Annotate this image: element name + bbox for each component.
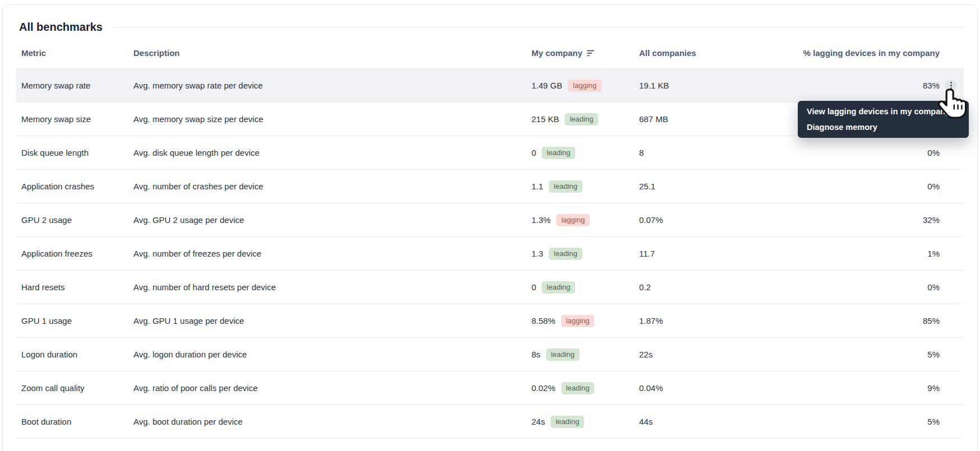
my-company-value: 215 KB [531,114,559,124]
my-company-cell: 0.02%leading [531,382,639,394]
sort-descending-icon[interactable] [587,50,595,57]
status-badge: lagging [561,315,595,327]
all-companies-cell: 8 [639,148,803,157]
lagging-pct-cell: 85% [803,316,964,326]
header-divider [113,27,964,27]
all-companies-cell: 44s [639,417,803,426]
my-company-value: 0.02% [531,383,556,393]
column-header-lagging-pct[interactable]: % lagging devices in my company [803,48,964,58]
description-cell: Avg. number of crashes per device [133,182,531,191]
status-badge: leading [546,348,580,361]
my-company-value: 24s [531,417,545,426]
menu-item-view-lagging-devices[interactable]: View lagging devices in my company [798,104,969,119]
my-company-cell: 8sleading [531,348,639,361]
my-company-value: 0 [531,282,536,292]
my-company-value: 1.1 [531,182,543,191]
table-row[interactable]: Disk queue length Avg. disk queue length… [16,136,964,170]
lagging-pct-cell: 0% [803,282,964,292]
row-actions-button[interactable] [945,80,957,92]
table-header-row: Metric Description My company All compan… [16,38,964,69]
status-badge: leading [542,147,575,159]
column-header-my-company[interactable]: My company [531,48,639,58]
metric-cell: Memory swap size [21,114,133,124]
metric-cell: Boot duration [21,417,133,426]
status-badge: lagging [556,214,590,226]
lagging-pct-cell: 0% [803,182,964,191]
my-company-value: 8s [531,350,540,359]
status-badge: leading [551,416,584,428]
my-company-cell: 1.3leading [531,248,639,260]
metric-cell: Disk queue length [21,148,133,157]
description-cell: Avg. memory swap size per device [133,114,531,124]
status-badge: leading [549,248,583,260]
column-header-my-company-label: My company [531,48,583,58]
all-companies-cell: 11.7 [639,249,803,258]
lagging-pct-cell: 9% [803,383,964,393]
all-companies-cell: 25.1 [639,182,803,191]
my-company-cell: 24sleading [531,416,639,428]
lagging-pct-cell: 1% [803,249,964,258]
my-company-cell: 0leading [531,281,639,294]
lagging-pct-cell: 5% [803,417,964,426]
metric-cell: GPU 2 usage [21,215,133,225]
my-company-cell: 215 KBleading [531,113,639,125]
status-badge: lagging [568,80,602,92]
lagging-pct-cell: 32% [803,215,964,225]
table-row[interactable]: GPU 2 usage Avg. GPU 2 usage per device … [16,203,964,237]
column-header-description[interactable]: Description [133,48,531,58]
metric-cell: Application crashes [21,182,133,191]
my-company-value: 1.3 [531,249,543,258]
description-cell: Avg. ratio of poor calls per device [133,383,531,393]
table-row[interactable]: Application freezes Avg. number of freez… [16,237,964,271]
my-company-value: 0 [531,148,536,157]
description-cell: Avg. GPU 2 usage per device [133,215,531,225]
kebab-menu-icon [950,82,952,83]
status-badge: leading [542,281,575,294]
metric-cell: Application freezes [21,249,133,258]
my-company-value: 8.58% [531,316,556,326]
table-row[interactable]: GPU 1 usage Avg. GPU 1 usage per device … [16,304,964,338]
lagging-pct-cell: 5% [803,350,964,359]
my-company-value: 1.3% [531,215,551,225]
status-badge: leading [565,113,598,125]
table-row[interactable]: Hard resets Avg. number of hard resets p… [16,271,964,304]
my-company-value: 1.49 GB [531,81,562,90]
all-companies-cell: 19.1 KB [639,81,803,90]
benchmarks-table: Metric Description My company All compan… [16,38,964,439]
metric-cell: GPU 1 usage [21,316,133,326]
panel-header: All benchmarks [3,5,977,34]
all-companies-cell: 1.87% [639,316,803,326]
column-header-all-companies[interactable]: All companies [639,48,803,58]
description-cell: Avg. number of hard resets per device [133,282,531,292]
all-companies-cell: 0.04% [639,383,803,393]
description-cell: Avg. GPU 1 usage per device [133,316,531,326]
table-row[interactable]: Application crashes Avg. number of crash… [16,170,964,203]
description-cell: Avg. logon duration per device [133,350,531,359]
benchmarks-panel: All benchmarks Metric Description My com… [2,4,978,451]
all-companies-cell: 22s [639,350,803,359]
page-title: All benchmarks [19,20,103,34]
all-companies-cell: 687 MB [639,114,803,124]
context-menu: View lagging devices in my company Diagn… [798,101,969,138]
menu-item-diagnose-memory[interactable]: Diagnose memory [798,119,969,135]
table-row[interactable]: Boot duration Avg. boot duration per dev… [16,405,964,439]
table-row[interactable]: Logon duration Avg. logon duration per d… [16,338,964,371]
description-cell: Avg. number of freezes per device [133,249,531,258]
status-badge: leading [549,180,583,193]
all-companies-cell: 0.07% [639,215,803,225]
metric-cell: Zoom call quality [21,383,133,393]
description-cell: Avg. disk queue length per device [133,148,531,157]
my-company-cell: 0leading [531,147,639,159]
my-company-cell: 1.3%lagging [531,214,639,226]
my-company-cell: 8.58%lagging [531,315,639,327]
description-cell: Avg. memory swap rate per device [133,81,531,90]
metric-cell: Logon duration [21,350,133,359]
table-row[interactable]: Zoom call quality Avg. ratio of poor cal… [16,371,964,405]
status-badge: leading [561,382,595,394]
description-cell: Avg. boot duration per device [133,417,531,426]
table-row[interactable]: Memory swap rate Avg. memory swap rate p… [16,69,964,103]
lagging-pct-cell: 0% [803,148,964,157]
all-companies-cell: 0.2 [639,282,803,292]
lagging-pct-cell: 83% [803,81,964,90]
column-header-metric[interactable]: Metric [21,48,133,58]
